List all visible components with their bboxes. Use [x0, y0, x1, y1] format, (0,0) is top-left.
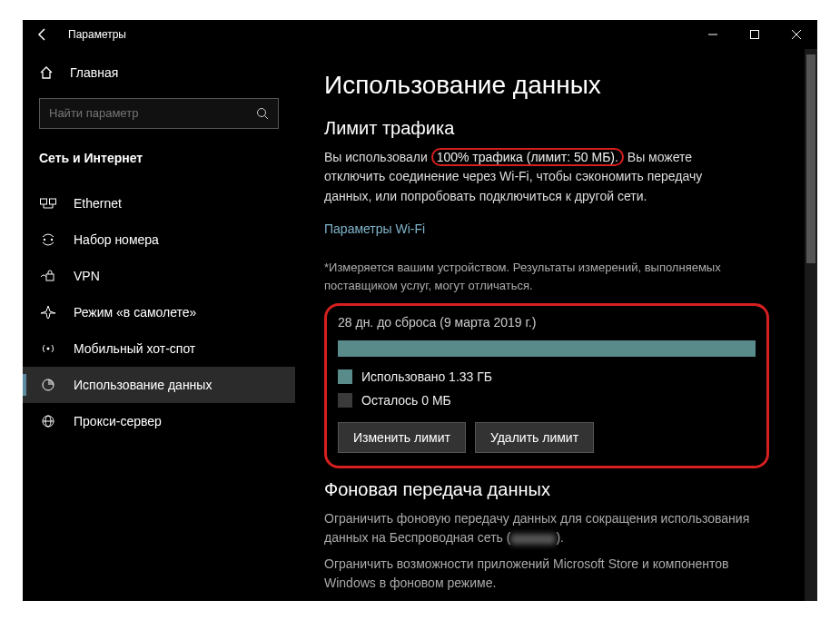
scrollbar-thumb[interactable] [806, 54, 815, 263]
sidebar-item-label: VPN [74, 269, 100, 283]
svg-line-5 [265, 115, 269, 119]
background-data-desc1: Ограничить фоновую передачу данных для с… [324, 509, 751, 547]
titlebar: Параметры [23, 20, 817, 49]
back-button[interactable] [23, 20, 63, 49]
redacted-ssid [510, 534, 556, 545]
sidebar-item-proxy[interactable]: Прокси-сервер [23, 403, 295, 439]
svg-point-12 [51, 238, 53, 240]
sidebar-item-label: Набор номера [74, 232, 159, 247]
svg-rect-6 [41, 199, 47, 204]
limit-panel: 28 дн. до сброса (9 марта 2019 г.) Испол… [324, 303, 769, 468]
usage-paragraph: Вы использовали 100% трафика (лимит: 50 … [324, 148, 751, 207]
dialup-icon [39, 233, 57, 246]
settings-window: Параметры Главная Сеть и Интернет [23, 20, 817, 601]
svg-rect-13 [46, 274, 54, 280]
swatch-remaining-icon [338, 393, 352, 408]
sidebar-item-datausage[interactable]: Использование данных [23, 367, 295, 403]
delete-limit-button[interactable]: Удалить лимит [475, 422, 594, 453]
ethernet-icon [39, 197, 57, 210]
sidebar-item-label: Ethernet [74, 196, 122, 211]
sidebar-item-dialup[interactable]: Набор номера [23, 221, 295, 258]
vpn-icon [39, 270, 57, 282]
reset-info: 28 дн. до сброса (9 марта 2019 г.) [338, 315, 756, 330]
search-box[interactable] [39, 98, 279, 129]
legend-remaining: Осталось 0 МБ [338, 393, 756, 408]
background-data-desc2: Ограничить возможности приложений Micros… [324, 555, 751, 593]
sidebar-item-label: Режим «в самолете» [74, 305, 196, 320]
background-data-heading: Фоновая передача данных [324, 479, 788, 500]
close-button[interactable] [776, 20, 817, 49]
swatch-used-icon [338, 369, 352, 384]
svg-point-4 [258, 108, 266, 116]
sidebar-menu: Ethernet Набор номера VPN Режим «в самол… [23, 185, 295, 439]
datausage-icon [39, 378, 57, 392]
window-title: Параметры [68, 28, 692, 41]
svg-rect-1 [751, 30, 759, 38]
home-button[interactable]: Главная [23, 56, 295, 89]
usage-text-prefix: Вы использовали [324, 150, 431, 164]
maximize-button[interactable] [734, 20, 776, 49]
sidebar-item-hotspot[interactable]: Мобильный хот-спот [23, 330, 295, 367]
sidebar: Главная Сеть и Интернет Ethernet Набор н… [23, 49, 295, 601]
airplane-icon [39, 305, 57, 320]
search-icon [256, 107, 269, 120]
sidebar-item-ethernet[interactable]: Ethernet [23, 185, 295, 221]
proxy-icon [39, 414, 57, 428]
home-icon [39, 65, 55, 80]
sidebar-item-label: Мобильный хот-спот [74, 341, 195, 356]
legend-remaining-label: Осталось 0 МБ [361, 393, 451, 408]
svg-point-14 [47, 347, 50, 349]
svg-rect-7 [50, 199, 56, 204]
content-pane: Использование данных Лимит трафика Вы ис… [295, 49, 817, 601]
hotspot-icon [39, 341, 57, 356]
home-label: Главная [70, 65, 118, 80]
sidebar-item-label: Использование данных [74, 378, 212, 392]
category-label: Сеть и Интернет [23, 138, 295, 178]
sidebar-item-label: Прокси-сервер [74, 414, 162, 428]
measurement-note: *Измеряется вашим устройством. Результат… [324, 259, 751, 294]
limit-heading: Лимит трафика [324, 118, 788, 139]
page-title: Использование данных [324, 71, 788, 100]
scrollbar-track[interactable] [805, 49, 817, 601]
legend-used-label: Использовано 1.33 ГБ [361, 369, 492, 384]
legend-used: Использовано 1.33 ГБ [338, 369, 756, 384]
svg-point-11 [44, 238, 45, 240]
search-input[interactable] [49, 106, 256, 120]
change-limit-button[interactable]: Изменить лимит [338, 422, 466, 453]
wifi-settings-link[interactable]: Параметры Wi-Fi [324, 220, 751, 240]
usage-progress-bar [338, 340, 756, 357]
sidebar-item-airplane[interactable]: Режим «в самолете» [23, 294, 295, 330]
sidebar-item-vpn[interactable]: VPN [23, 258, 295, 294]
usage-highlight: 100% трафика (лимит: 50 МБ). [431, 148, 624, 166]
minimize-button[interactable] [692, 20, 734, 49]
